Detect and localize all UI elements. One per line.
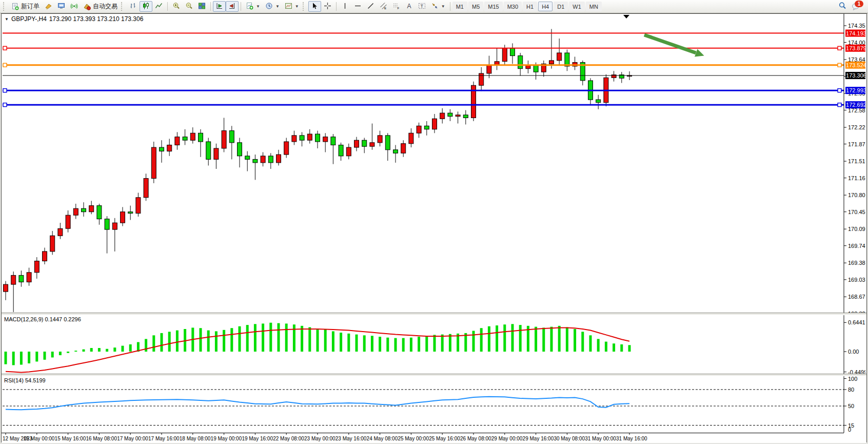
signals-button[interactable] [68,1,81,12]
svg-text:169.380: 169.380 [848,260,865,266]
horizontal-line-173.879[interactable] [3,46,844,50]
timeframe-mn-button[interactable]: MN [586,2,602,11]
svg-text:168.670: 168.670 [848,294,865,300]
chart-title: ▼ GBPJPY-,H4 173.290 173.393 173.210 173… [5,15,143,23]
svg-text:168.320: 168.320 [848,311,865,313]
timeframe-h4-button[interactable]: H4 [538,2,553,11]
zoom-out-icon [185,2,193,11]
rsi-axis-labels: 1008050150 [844,376,857,433]
horizontal-line-172.692[interactable] [3,103,844,107]
clock-icon [265,2,273,11]
channel-tool-button[interactable]: E [377,1,390,12]
toolbar-grip[interactable] [3,2,7,11]
timeframe-d1-button[interactable]: D1 [554,2,568,11]
periods-dropdown-button[interactable]: ▼ [263,1,282,12]
svg-text:169.740: 169.740 [848,243,865,249]
timeframe-m1-button[interactable]: M1 [452,2,467,11]
line-chart-button[interactable] [152,1,165,12]
timeframe-h1-button[interactable]: H1 [523,2,537,11]
svg-text:172.220: 172.220 [848,124,865,130]
macd-axis-labels: 0.64410.00-0.4499 [844,319,865,374]
toolbar-separator [210,2,211,11]
chart-shift-marker-icon[interactable] [623,15,629,18]
search-button[interactable] [836,1,849,12]
candlestick-chart-button[interactable] [140,1,152,12]
chart-symbol-period: GBPJPY-,H4 [11,15,47,23]
candlestick-chart-icon [142,2,150,11]
text-tool-button[interactable]: A [403,1,416,12]
svg-text:171.510: 171.510 [848,158,865,164]
new-chart-icon [246,2,253,11]
crosshair-icon [324,2,331,11]
timeframe-m5-button[interactable]: M5 [468,2,483,11]
dropdown-caret-icon: ▼ [275,4,280,9]
rsi-level-lines [3,390,844,426]
crosshair-button[interactable] [321,1,334,12]
arrows-dropdown-button[interactable]: ▼ [428,1,448,12]
chart-shift-button[interactable] [226,1,239,12]
styler-button[interactable] [42,1,55,12]
svg-text:29 May 16:00: 29 May 16:00 [523,436,554,441]
new-chart-dropdown-button[interactable]: ▼ [243,1,263,12]
svg-text:0: 0 [848,427,851,433]
text-label-tool-button[interactable]: T [416,1,428,12]
horizontal-line-173.524[interactable] [3,63,844,67]
svg-text:22 May 08:00: 22 May 08:00 [273,436,304,441]
toolbar-separator [450,2,450,11]
svg-text:169.030: 169.030 [848,277,865,283]
toolbar-grip[interactable] [303,2,306,11]
svg-text:T: T [420,4,423,9]
rsi-pane[interactable]: 1008050150 RSI(14) 54.5199 [2,376,866,433]
new-order-button[interactable]: 新订单 [9,1,42,12]
toolbar-grip[interactable] [121,2,125,11]
horizontal-line-172.993[interactable] [3,89,844,92]
trendline-tool-button[interactable] [364,1,377,12]
bar-chart-button[interactable] [127,1,140,12]
trend-arrow-annotation[interactable] [644,35,704,57]
price-chart-pane[interactable]: 174.350174.000173.640173.290172.930172.5… [2,14,866,313]
symbol-collapse-icon[interactable]: ▼ [5,17,9,22]
metaeditor-button[interactable] [55,1,68,12]
autoscroll-button[interactable] [213,1,226,12]
metaeditor-icon [57,2,65,11]
tile-windows-button[interactable] [195,1,208,12]
notifications-button[interactable]: 1 [849,1,863,12]
toolbar-separator [241,2,241,11]
svg-text:170.800: 170.800 [848,192,865,198]
toolbar-separator [336,2,337,11]
horizontal-line-tool-button[interactable] [351,1,364,12]
time-axis[interactable]: 12 May 202315 May 00:0015 May 16:0016 Ma… [2,433,866,443]
timeframe-m30-button[interactable]: M30 [504,2,522,11]
vertical-line-tool-button[interactable] [339,1,351,12]
autotrading-icon [83,3,91,10]
svg-text:173.306: 173.306 [846,72,865,79]
svg-text:15 May 00:00: 15 May 00:00 [24,436,55,441]
svg-text:0.6441: 0.6441 [848,319,865,325]
svg-text:172.993: 172.993 [846,87,865,93]
svg-text:50: 50 [848,403,854,409]
bar-chart-icon [129,2,137,11]
templates-dropdown-button[interactable]: ▼ [282,1,302,12]
cursor-button[interactable] [308,1,321,12]
timeframe-m15-button[interactable]: M15 [484,2,502,11]
dropdown-caret-icon: ▼ [441,4,445,9]
svg-text:19 May 16:00: 19 May 16:00 [242,436,273,441]
new-order-label: 新订单 [21,2,40,11]
chart-shift-icon [228,2,236,11]
svg-text:26 May 08:00: 26 May 08:00 [460,436,491,441]
time-axis-labels: 12 May 202315 May 00:0015 May 16:0016 Ma… [2,433,844,441]
vertical-line-icon [341,2,349,11]
svg-text:25 May 00:00: 25 May 00:00 [398,436,429,441]
macd-pane[interactable]: 0.64410.00-0.4499 MACD(12,26,9) 0.1447 0… [2,315,866,374]
zoom-in-button[interactable] [170,1,183,12]
timeframe-w1-button[interactable]: W1 [569,2,585,11]
svg-text:F: F [397,7,399,10]
text-icon: A [405,2,413,11]
chart-ohlc-values: 173.290 173.393 173.210 173.306 [49,15,144,23]
svg-text:174.000: 174.000 [848,40,865,46]
autotrading-button[interactable]: 自动交易 [81,1,120,12]
zoom-out-button[interactable] [183,1,195,12]
chart-window: 174.350174.000173.640173.290172.930172.5… [1,13,867,442]
rsi-label: RSI(14) 54.5199 [4,377,46,383]
fibonacci-tool-button[interactable]: F [390,1,403,12]
